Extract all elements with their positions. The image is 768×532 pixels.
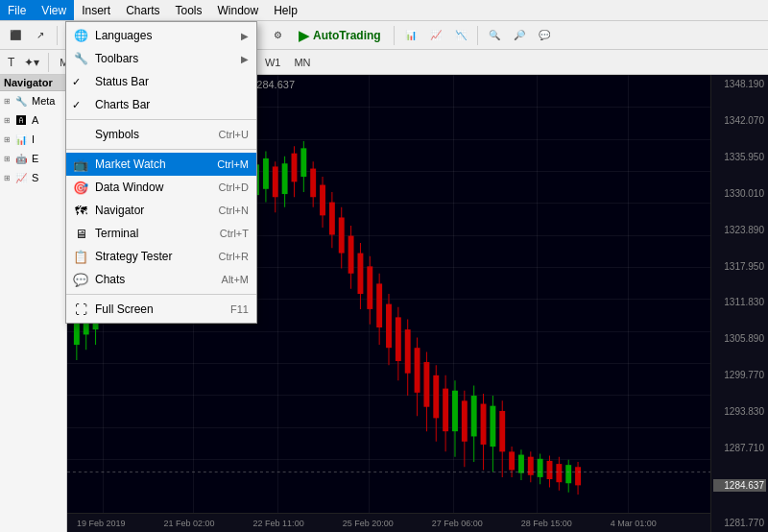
svg-rect-73	[415, 348, 420, 393]
nav-item-e[interactable]: ⊞ 🤖 E	[0, 149, 66, 168]
toolbar-chart-btn-2[interactable]: 📈	[424, 24, 447, 47]
languages-submenu-arrow: ▶	[241, 31, 249, 41]
a-icon: 🅰	[13, 112, 29, 128]
menu-chats[interactable]: 💬 Chats Alt+M	[66, 268, 256, 291]
separator-1	[66, 119, 256, 120]
market-watch-label: Market Watch	[95, 157, 166, 171]
data-window-shortcut: Ctrl+D	[200, 181, 249, 193]
status-bar-label: Status Bar	[95, 75, 149, 88]
market-watch-icon: 📺	[72, 156, 89, 173]
nav-item-s[interactable]: ⊞ 📈 S	[0, 168, 66, 187]
time-1: 19 Feb 2019	[77, 519, 126, 528]
svg-rect-77	[433, 375, 439, 419]
expand-s-icon: ⊞	[4, 174, 11, 182]
menu-market-watch[interactable]: 📺 Market Watch Ctrl+M	[66, 153, 256, 176]
languages-label: Languages	[95, 29, 152, 42]
meta-icon: 🔧	[13, 93, 29, 109]
svg-rect-93	[509, 451, 515, 470]
tf-w1[interactable]: W1	[259, 55, 287, 70]
nav-item-a[interactable]: ⊞ 🅰 A	[0, 110, 66, 130]
time-7: 4 Mar 01:00	[611, 519, 657, 528]
tf-label-t: T	[4, 56, 18, 69]
price-2: 1342.070	[713, 115, 766, 126]
autotrading-label: AutoTrading	[313, 29, 381, 42]
menu-full-screen[interactable]: ⛶ Full Screen F11	[66, 298, 256, 321]
menu-charts-bar[interactable]: ✓ Charts Bar	[66, 93, 256, 116]
navigator-icon: 🗺	[72, 202, 89, 219]
autotrading-icon: ▶	[299, 28, 309, 43]
toolbar-zoom-in[interactable]: 🔍	[483, 24, 506, 47]
toolbar-comment[interactable]: 💬	[533, 24, 556, 47]
nav-a-label: A	[32, 114, 38, 126]
svg-rect-99	[538, 459, 543, 477]
price-7: 1311.830	[713, 297, 766, 307]
chats-icon: 💬	[72, 271, 89, 288]
separator-3	[66, 294, 256, 295]
nav-item-i[interactable]: ⊞ 📊 I	[0, 130, 66, 149]
price-5: 1323.890	[713, 225, 766, 235]
charts-bar-label: Charts Bar	[95, 98, 150, 111]
status-bar-check-icon: ✓	[72, 76, 81, 88]
menu-languages[interactable]: 🌐 Languages ▶	[66, 24, 256, 47]
sidebar: Navigator ⊞ 🔧 Meta ⊞ 🅰 A ⊞ 📊 I ⊞ 🤖 E ⊞ 📈…	[0, 75, 67, 532]
time-2: 21 Feb 02:00	[164, 519, 215, 528]
tf-mn[interactable]: MN	[288, 55, 316, 70]
menu-tools[interactable]: Tools	[168, 0, 210, 20]
menu-toolbars[interactable]: 🔧 Toolbars ▶	[66, 47, 256, 70]
expand-i-icon: ⊞	[4, 135, 11, 144]
full-screen-icon: ⛶	[72, 301, 89, 318]
strategy-tester-shortcut: Ctrl+R	[200, 251, 249, 262]
toolbars-icon: 🔧	[72, 50, 89, 67]
tf-sep	[48, 53, 49, 72]
menu-charts[interactable]: Charts	[118, 0, 167, 20]
price-8: 1305.890	[713, 333, 766, 344]
nav-item-meta[interactable]: ⊞ 🔧 Meta	[0, 91, 66, 110]
svg-rect-49	[300, 148, 306, 177]
charts-bar-check-icon: ✓	[72, 99, 81, 111]
svg-rect-71	[405, 329, 411, 374]
full-screen-label: Full Screen	[95, 302, 154, 316]
menu-data-window[interactable]: 🎯 Data Window Ctrl+D	[66, 176, 256, 199]
toolbar-btn-1[interactable]: ⬛	[4, 24, 27, 47]
market-watch-shortcut: Ctrl+M	[198, 158, 249, 170]
svg-rect-53	[320, 185, 325, 216]
time-6: 28 Feb 15:00	[521, 519, 572, 528]
toolbars-label: Toolbars	[95, 52, 138, 65]
menu-help[interactable]: Help	[266, 0, 305, 20]
toolbar-btn-2[interactable]: ↗	[29, 24, 52, 47]
price-6: 1317.950	[713, 261, 766, 272]
autotrading-button[interactable]: ▶ AutoTrading	[291, 26, 389, 45]
toolbar-btn-5[interactable]: ⚙	[266, 24, 289, 47]
svg-rect-65	[376, 283, 382, 327]
expand-meta-icon: ⊞	[4, 97, 11, 106]
svg-rect-55	[329, 203, 335, 235]
nav-s-label: S	[32, 172, 38, 183]
menu-bar: File View Insert Charts Tools Window Hel…	[0, 0, 768, 21]
price-9: 1299.770	[713, 370, 766, 380]
menu-strategy-tester[interactable]: 📋 Strategy Tester Ctrl+R	[66, 245, 256, 268]
svg-rect-81	[452, 391, 458, 431]
menu-terminal[interactable]: 🖥 Terminal Ctrl+T	[66, 222, 256, 245]
menu-file[interactable]: File	[0, 0, 34, 20]
toolbar-chart-btn-3[interactable]: 📉	[449, 24, 472, 47]
svg-rect-89	[490, 406, 495, 447]
toolbar-chart-btn-1[interactable]: 📊	[399, 24, 422, 47]
languages-icon: 🌐	[72, 27, 89, 44]
menu-navigator[interactable]: 🗺 Navigator Ctrl+N	[66, 199, 256, 222]
navigator-shortcut: Ctrl+N	[200, 205, 249, 216]
nav-i-label: I	[32, 133, 35, 145]
tf-label-dot: ✦▾	[20, 56, 43, 69]
chats-shortcut: Alt+M	[203, 274, 249, 285]
menu-window[interactable]: Window	[210, 0, 267, 20]
svg-rect-47	[292, 154, 298, 182]
terminal-shortcut: Ctrl+T	[201, 228, 249, 239]
toolbar-sep-3	[394, 26, 395, 45]
toolbar-zoom-out[interactable]: 🔎	[508, 24, 531, 47]
menu-view[interactable]: View	[34, 0, 74, 20]
separator-2	[66, 149, 256, 150]
menu-status-bar[interactable]: ✓ Status Bar	[66, 70, 256, 93]
navigator-header[interactable]: Navigator	[0, 75, 66, 91]
menu-insert[interactable]: Insert	[74, 0, 118, 20]
menu-symbols[interactable]: Symbols Ctrl+U	[66, 123, 256, 146]
svg-rect-103	[556, 464, 562, 482]
